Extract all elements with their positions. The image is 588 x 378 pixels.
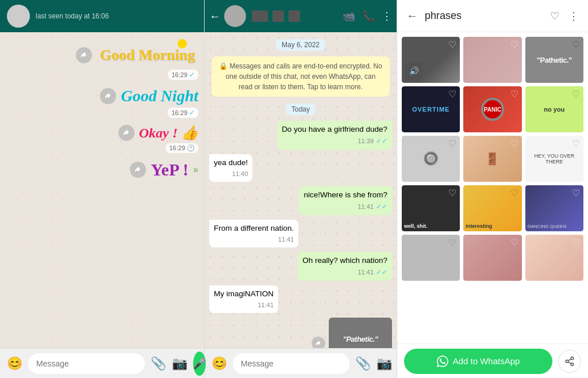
msg-3-time: 11:41 (358, 203, 374, 211)
add-to-whatsapp-button[interactable]: Add to WhatsApp (404, 349, 552, 374)
gif-heart-1[interactable]: ♡ (448, 39, 456, 50)
more-options-icon-3[interactable]: ⋮ (568, 10, 579, 22)
emoji-icon-1[interactable]: 😊 (7, 356, 22, 371)
msg-1-text: Do you have a girlfriend dude? (282, 125, 387, 133)
gif-item-7[interactable]: 🔘 ♡ (402, 136, 460, 182)
phrases-title: phrases (425, 10, 543, 22)
panel1-input-bar: 😊 📎 📷 🎤 (0, 348, 204, 378)
p2-icon-box-3 (289, 10, 300, 22)
msg-4-meta: 11:41 (214, 235, 294, 244)
okay-text: Okay ! 👍 (139, 125, 198, 141)
msg-3-text: nice!Where is she from? (303, 190, 387, 199)
gif-heart-6[interactable]: ♡ (572, 89, 580, 100)
pathetic-sticker: "Pathetic." (329, 318, 392, 348)
gif-heart-4[interactable]: ♡ (448, 89, 456, 100)
share-button[interactable] (558, 350, 581, 373)
gif-item-4[interactable]: OVERTIME ♡ (402, 86, 460, 132)
gif-item-11[interactable]: Interesting ♡ (463, 185, 521, 231)
whatsapp-icon (437, 356, 448, 367)
gif-heart-7[interactable]: ♡ (448, 138, 456, 149)
forward-button-3[interactable] (118, 125, 134, 141)
p2-icon-box-1 (252, 10, 268, 22)
gif-item-5[interactable]: PANIC ♡ (463, 86, 521, 132)
forward-button-2[interactable] (100, 88, 116, 104)
back-arrow-2[interactable]: ← (209, 10, 221, 23)
gif-item-15[interactable]: ♡ (525, 235, 583, 281)
msg-1-checks: ✓✓ (376, 136, 387, 146)
video-call-icon[interactable]: 📹 (343, 10, 355, 22)
gif-heart-10[interactable]: ♡ (448, 188, 456, 198)
more-options-icon-2[interactable]: ⋮ (382, 10, 392, 22)
date-label: May 6, 2022 (276, 39, 325, 51)
gif-heart-8[interactable]: ♡ (510, 138, 518, 149)
panel2-chat: May 6, 2022 🔒 Messages and calls are end… (205, 32, 397, 348)
gif-heart-9[interactable]: ♡ (572, 138, 580, 149)
msg-7-row: "Pathetic." 11:42 ✓✓ (312, 318, 392, 348)
msg-4-text: From a different nation. (214, 224, 294, 232)
msg-4: From a different nation. 11:41 (209, 220, 298, 247)
date-divider: May 6, 2022 (209, 39, 392, 49)
gif-item-8[interactable]: 🚪 ♡ (463, 136, 521, 182)
add-button-label: Add to WhatsApp (453, 356, 520, 366)
gif-item-3[interactable]: "Pathetic." ♡ (525, 37, 583, 83)
gif-heart-13[interactable]: ♡ (448, 237, 456, 248)
gif-item-12[interactable]: DANCING QUEEN ♡ (525, 185, 583, 231)
forward-button-1[interactable] (76, 47, 92, 63)
svg-point-0 (571, 357, 574, 360)
msg-1-meta: 11:39 ✓✓ (282, 136, 387, 146)
last-seen-text: last seen today at 16:06 (36, 12, 197, 20)
msg-5-time: 11:41 (358, 268, 374, 277)
panel3-header: ← phrases ♡ ⋮ (397, 0, 588, 32)
back-arrow-3[interactable]: ← (406, 9, 418, 22)
system-message[interactable]: 🔒 Messages and calls are end-to-end encr… (212, 56, 390, 97)
panel1-header: last seen today at 16:06 (0, 0, 204, 32)
clock-3: 🕐 (187, 144, 195, 152)
forward-button-4[interactable] (130, 162, 146, 178)
sticker-text: "Pathetic." (343, 335, 378, 343)
msg-6-time: 11:41 (258, 301, 274, 310)
msg-5-text: Oh really? which nation? (302, 256, 387, 265)
gif-heart-5[interactable]: ♡ (510, 89, 518, 100)
msg-5-meta: 11:41 ✓✓ (302, 268, 387, 277)
today-label: Today (286, 104, 316, 115)
okay-row: Okay ! 👍 16:29 🕐 (6, 125, 198, 153)
gif-item-14[interactable]: ♡ (463, 235, 521, 281)
gif-item-13[interactable]: ♡ (402, 235, 460, 281)
p3-header-icons: ♡ ⋮ (550, 10, 579, 22)
gif-heart-2[interactable]: ♡ (510, 39, 518, 50)
voice-call-icon[interactable]: 📞 (362, 10, 375, 22)
emoji-icon-2[interactable]: 😊 (212, 356, 227, 371)
msg-5: Oh really? which nation? 11:41 ✓✓ (298, 252, 392, 281)
check-1: ✓ (189, 71, 195, 79)
gif-heart-15[interactable]: ♡ (572, 237, 580, 248)
msg-2: yea dude! 11:40 (209, 154, 252, 182)
msg-2-time: 11:40 (232, 170, 248, 178)
message-input-1[interactable] (28, 353, 145, 374)
camera-icon-2[interactable]: 📷 (376, 356, 392, 371)
heart-icon[interactable]: ♡ (550, 10, 559, 22)
msg-6: My imagiNATION 11:41 (209, 285, 278, 313)
gif-heart-11[interactable]: ♡ (510, 188, 518, 198)
camera-icon-1[interactable]: 📷 (172, 356, 187, 371)
gif-item-2[interactable]: ♡ (463, 37, 521, 83)
double-arrow: » (193, 165, 198, 175)
forward-button-sticker[interactable] (312, 337, 325, 348)
message-input-2[interactable] (233, 353, 349, 374)
msg-4-time: 11:41 (278, 235, 294, 244)
good-night-text: Good Night (121, 87, 198, 105)
gif-heart-12[interactable]: ♡ (572, 188, 580, 198)
gif-heart-3[interactable]: ♡ (572, 39, 580, 50)
attach-icon-2[interactable]: 📎 (355, 356, 371, 371)
gif-item-10[interactable]: well, shit. ♡ (402, 185, 460, 231)
gif-heart-14[interactable]: ♡ (510, 237, 518, 248)
gif-item-9[interactable]: HEY, YOU OVER THERE ♡ (525, 136, 583, 182)
mic-button-1[interactable]: 🎤 (193, 352, 206, 376)
time-1: 16:29 (171, 71, 187, 78)
gif-grid: 🔊 ♡ ♡ "Pathetic." ♡ OVERTIME ♡ PANIC (397, 32, 588, 343)
panel2-input-bar: 😊 📎 📷 🎤 (205, 348, 397, 378)
yep-row: YeP ! » (6, 160, 198, 180)
gif-item-6[interactable]: no you ♡ (525, 86, 583, 132)
attach-icon-1[interactable]: 📎 (151, 356, 166, 371)
svg-line-4 (568, 358, 571, 360)
gif-item-1[interactable]: 🔊 ♡ (402, 37, 460, 83)
